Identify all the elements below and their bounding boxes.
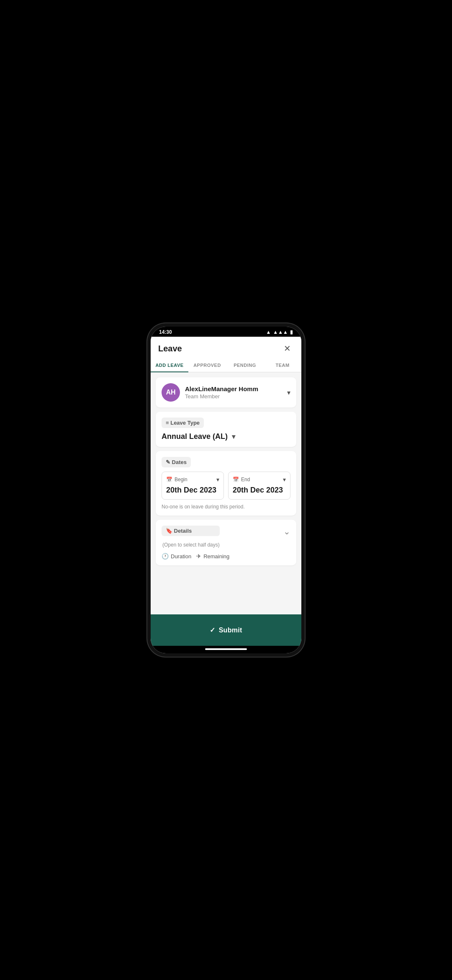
user-chevron-down-icon: ▾: [287, 389, 290, 397]
submit-button[interactable]: ✓ Submit: [158, 620, 294, 640]
duration-label: Duration: [171, 553, 191, 560]
details-section-label: 🔖 Details: [162, 526, 220, 536]
status-bar: 14:30 ▲ ▲▲▲ ▮: [151, 327, 301, 337]
end-date-chevron-down-icon: ▾: [283, 476, 286, 483]
content-area: AH AlexLineManager Homm Team Member ▾ ≡ …: [151, 372, 301, 614]
checkmark-icon: ✓: [210, 626, 215, 634]
details-card: 🔖 Details (Open to select half days) ⌄ 🕐…: [156, 520, 296, 565]
dates-grid: 📅 Begin ▾ 20th Dec 2023 📅 End ▾: [162, 472, 290, 500]
tab-add-leave[interactable]: ADD LEAVE: [151, 358, 188, 372]
submit-bar: ✓ Submit: [151, 614, 301, 646]
leave-type-section-label: ≡ Leave Type: [162, 418, 204, 428]
signal-icon: ▲▲▲: [273, 329, 288, 335]
details-chevron-down-icon[interactable]: ⌄: [283, 526, 290, 536]
tab-pending[interactable]: PENDING: [226, 358, 264, 372]
no-leave-notice: No-one is on leave during this period.: [162, 504, 290, 510]
plane-icon: ✈: [196, 553, 201, 560]
leave-type-value: Annual Leave (AL): [162, 432, 228, 441]
avatar: AH: [162, 383, 180, 402]
begin-date-box[interactable]: 📅 Begin ▾ 20th Dec 2023: [162, 472, 224, 500]
tab-approved[interactable]: APPROVED: [188, 358, 226, 372]
end-date-label: 📅 End: [233, 477, 250, 482]
user-info: AH AlexLineManager Homm Team Member: [162, 383, 258, 402]
begin-date-value: 20th Dec 2023: [166, 485, 219, 495]
close-button[interactable]: ✕: [280, 342, 294, 355]
begin-date-label: 📅 Begin: [166, 477, 187, 482]
home-bar: [205, 648, 247, 650]
user-name: AlexLineManager Homm: [185, 385, 258, 392]
details-header: 🔖 Details (Open to select half days) ⌄: [162, 526, 290, 548]
wifi-icon: ▲: [266, 329, 271, 335]
calendar-end-icon: 📅: [233, 477, 239, 482]
status-time: 14:30: [159, 329, 172, 335]
page-title: Leave: [158, 344, 182, 353]
end-date-box[interactable]: 📅 End ▾ 20th Dec 2023: [228, 472, 290, 500]
dates-card: ✎ Dates 📅 Begin ▾ 20th Dec 2023: [156, 451, 296, 516]
user-role: Team Member: [185, 393, 258, 400]
leave-type-card: ≡ Leave Type Annual Leave (AL) ▾: [156, 412, 296, 447]
user-details: AlexLineManager Homm Team Member: [185, 385, 258, 400]
begin-date-chevron-down-icon: ▾: [216, 476, 219, 483]
dates-section-label: ✎ Dates: [162, 457, 191, 467]
tab-team[interactable]: TEAM: [264, 358, 301, 372]
tab-bar: ADD LEAVE APPROVED PENDING TEAM: [151, 358, 301, 372]
remaining-item: ✈ Remaining: [196, 553, 229, 560]
leave-type-chevron-down-icon: ▾: [232, 433, 235, 441]
details-subtitle: (Open to select half days): [162, 542, 220, 548]
clock-icon: 🕐: [162, 553, 169, 560]
remaining-label: Remaining: [203, 553, 229, 560]
status-icons: ▲ ▲▲▲ ▮: [266, 329, 293, 335]
header: Leave ✕: [151, 337, 301, 358]
duration-item: 🕐 Duration: [162, 553, 191, 560]
leave-type-selector[interactable]: Annual Leave (AL) ▾: [162, 432, 290, 441]
user-selector-card[interactable]: AH AlexLineManager Homm Team Member ▾: [156, 377, 296, 407]
calendar-icon: 📅: [166, 477, 172, 482]
details-row: 🕐 Duration ✈ Remaining: [162, 553, 290, 560]
battery-icon: ▮: [290, 329, 293, 335]
end-date-value: 20th Dec 2023: [233, 485, 286, 495]
home-indicator: [151, 646, 301, 653]
details-label-group: 🔖 Details (Open to select half days): [162, 526, 220, 548]
submit-label: Submit: [219, 627, 242, 634]
